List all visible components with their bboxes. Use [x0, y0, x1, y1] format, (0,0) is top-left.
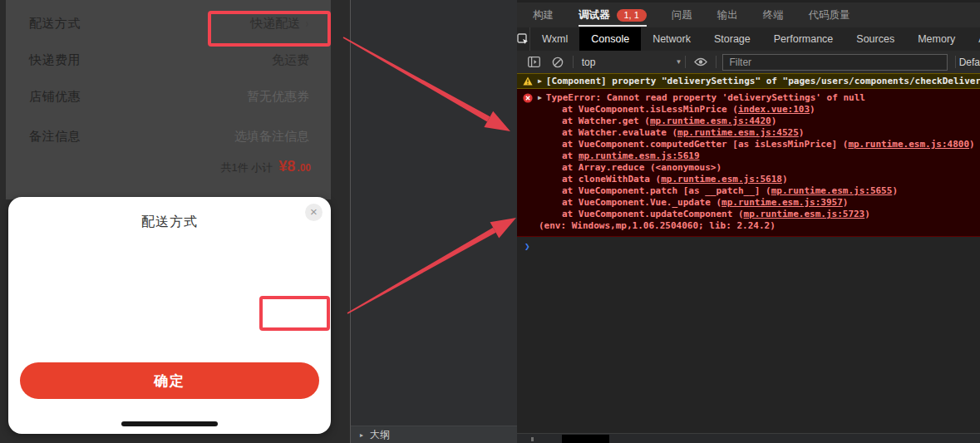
home-indicator [121, 421, 218, 426]
checkout-page-dimmed: 配送方式 快递配送 › 快递费用 免运费 店铺优惠 暂无优惠券 备注信息 选填备… [6, 0, 331, 199]
tab-sources[interactable]: Sources [845, 27, 906, 51]
stack-frame: at Array.reduce (<anonymous>) [517, 162, 980, 174]
tab-appdata[interactable]: AppD [967, 27, 980, 51]
ide-tab-bar: 构建 调试器 1, 1 问题 输出 终端 代码质量 [517, 0, 980, 27]
console-warning-row[interactable]: ▶ [Component] property "deliverySettings… [517, 73, 980, 89]
toggle-sidebar-icon[interactable] [528, 56, 541, 69]
confirm-button[interactable]: 确定 [20, 362, 319, 399]
console-error-row[interactable]: ▶ TypeError: Cannot read property 'deliv… [517, 89, 980, 237]
error-icon [523, 93, 533, 103]
app-window: 配送方式 快递配送 › 快递费用 免运费 店铺优惠 暂无优惠券 备注信息 选填备… [0, 0, 980, 443]
devtools-panel: 构建 调试器 1, 1 问题 输出 终端 代码质量 Wxml Console N… [517, 0, 980, 443]
stack-frame: at VueComponent.isLessMinPrice (index.vu… [517, 104, 980, 116]
warning-text: [Component] property "deliverySettings" … [546, 76, 980, 86]
remark-value: 选填备注信息 [234, 129, 309, 145]
stack-frame: at cloneWithData (mp.runtime.esm.js:5618… [517, 174, 980, 185]
tab-memory[interactable]: Memory [906, 27, 967, 51]
subtotal-row: 共1件 小计 ¥8.00 [6, 155, 331, 175]
log-levels-selector[interactable]: Defa [959, 57, 980, 68]
inspect-element-icon[interactable] [517, 27, 530, 51]
store-coupon-row[interactable]: 店铺优惠 暂无优惠券 [6, 78, 331, 115]
tab-problems[interactable]: 问题 [672, 2, 692, 27]
wxml-tree-panel: ▸ 大纲 [351, 0, 517, 443]
outline-section-header[interactable]: ▸ 大纲 [351, 426, 517, 443]
shipping-fee-label: 快递费用 [29, 52, 81, 68]
tab-performance[interactable]: Performance [762, 27, 845, 51]
delivery-method-value[interactable]: 快递配送 › [250, 16, 309, 32]
remark-row[interactable]: 备注信息 选填备注信息 [6, 118, 331, 155]
delivery-method-modal: × 配送方式 快递配送 ✓ 到店自提 确定 [8, 197, 331, 434]
subtotal-label: 共1件 小计 [220, 160, 273, 175]
drawer-tab-fragment[interactable] [562, 435, 609, 443]
store-coupon-label: 店铺优惠 [29, 89, 81, 105]
tab-storage[interactable]: Storage [702, 27, 762, 51]
source-link[interactable]: mp.runtime.esm.js:5655 [771, 185, 893, 196]
toolbar-separator [573, 56, 574, 68]
tab-build[interactable]: 构建 [533, 2, 554, 27]
clear-console-icon[interactable] [551, 56, 564, 69]
subtotal-price-decimals: .00 [297, 162, 311, 174]
error-message: TypeError: Cannot read property 'deliver… [546, 92, 865, 103]
env-info: (env: Windows,mp,1.06.2504060; lib: 2.24… [517, 220, 980, 232]
delivery-method-label: 配送方式 [29, 16, 81, 32]
stack-frame: at mp.runtime.esm.js:5619 [517, 150, 980, 162]
remark-label: 备注信息 [29, 129, 81, 145]
delivery-method-row[interactable]: 配送方式 快递配送 › [6, 5, 331, 42]
modal-title: 配送方式 [8, 197, 331, 231]
eye-icon[interactable] [694, 56, 707, 69]
drawer-handle[interactable] [531, 437, 534, 441]
tab-network[interactable]: Network [641, 27, 702, 51]
console-prompt[interactable]: ❯ [517, 237, 980, 255]
source-link[interactable]: mp.runtime.esm.js:4525 [677, 127, 799, 138]
stack-frame: at Watcher.evaluate (mp.runtime.esm.js:4… [517, 127, 980, 139]
outline-label: 大纲 [370, 428, 390, 442]
error-count-badge: 1, 1 [617, 9, 647, 22]
toolbar-separator [716, 56, 717, 68]
devtools-tab-bar: Wxml Console Network Storage Performance… [517, 27, 980, 51]
source-link[interactable]: mp.runtime.esm.js:5723 [744, 209, 865, 219]
close-icon[interactable]: × [305, 204, 323, 221]
phone-simulator: 配送方式 快递配送 › 快递费用 免运费 店铺优惠 暂无优惠券 备注信息 选填备… [0, 0, 331, 443]
caret-right-icon: ▸ [360, 431, 363, 439]
console-output: ▶ [Component] property "deliverySettings… [517, 73, 980, 255]
chevron-right-icon: › [306, 17, 308, 30]
tab-code-quality[interactable]: 代码质量 [809, 2, 850, 27]
stack-frame: at VueComponent.computedGetter [as isLes… [517, 139, 980, 150]
devtools-drawer-bar [517, 433, 980, 443]
warning-icon [523, 76, 533, 86]
console-toolbar: top ▼ Defa [517, 51, 980, 73]
source-link[interactable]: mp.runtime.esm.js:4420 [650, 116, 771, 126]
chevron-down-icon: ▼ [675, 58, 682, 66]
toolbar-separator [955, 56, 956, 68]
tab-console[interactable]: Console [579, 27, 641, 51]
source-link[interactable]: mp.runtime.esm.js:4800 [848, 139, 969, 150]
stack-frame: at VueComponent.patch [as __patch__] (mp… [517, 185, 980, 197]
shipping-fee-value: 免运费 [272, 52, 309, 68]
source-link[interactable]: mp.runtime.esm.js:5618 [661, 174, 782, 185]
tab-debugger[interactable]: 调试器 1, 1 [579, 2, 647, 27]
tab-terminal[interactable]: 终端 [763, 2, 784, 27]
prompt-chevron-icon: ❯ [524, 241, 530, 252]
stack-frame: at VueComponent.Vue._update (mp.runtime.… [517, 197, 980, 209]
stack-frame: at VueComponent.updateComponent (mp.runt… [517, 209, 980, 220]
expander-icon[interactable]: ▶ [538, 94, 542, 101]
source-link[interactable]: index.vue:103 [738, 104, 810, 115]
store-coupon-value: 暂无优惠券 [247, 89, 309, 105]
toolbar-separator [685, 56, 686, 68]
tab-output[interactable]: 输出 [717, 2, 738, 27]
source-link[interactable]: mp.runtime.esm.js:3957 [721, 197, 843, 208]
expander-icon[interactable]: ▶ [538, 77, 542, 85]
subtotal-price: ¥8 [278, 158, 295, 175]
filter-input[interactable] [722, 54, 947, 71]
stack-frame: at Watcher.get (mp.runtime.esm.js:4420) [517, 116, 980, 127]
shipping-fee-row: 快递费用 免运费 [6, 42, 331, 78]
source-link[interactable]: mp.runtime.esm.js:5619 [579, 150, 700, 161]
tab-wxml[interactable]: Wxml [530, 27, 579, 51]
context-selector[interactable]: top ▼ [577, 57, 682, 68]
